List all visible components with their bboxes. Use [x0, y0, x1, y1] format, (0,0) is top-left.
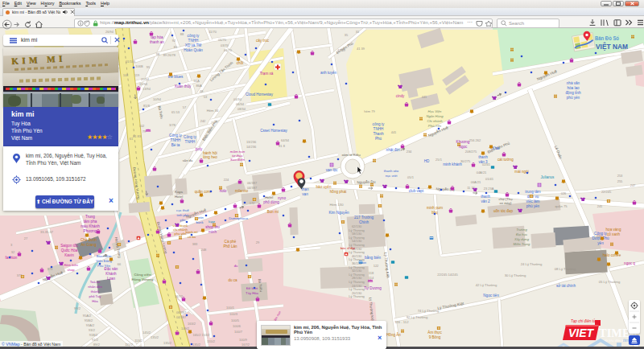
svg-text:Julianus: Julianus: [541, 175, 555, 179]
svg-text:TNHH: TNHH: [171, 138, 181, 142]
svg-text:minh: minh: [208, 230, 217, 234]
svg-text:255: 255: [617, 179, 623, 183]
svg-text:88: 88: [180, 32, 184, 36]
svg-text:Hotel: Hotel: [175, 195, 183, 199]
svg-text:Phú-Yên: Phú-Yên: [428, 124, 442, 128]
svg-text:165/2 153/2: 165/2 153/2: [192, 333, 210, 337]
svg-text:Loan: Loan: [107, 277, 116, 281]
svg-text:Miền Trung: Miền Trung: [514, 242, 531, 246]
svg-text:35: 35: [345, 33, 349, 37]
svg-text:minh pum: minh pum: [427, 206, 443, 210]
svg-text:441: 441: [422, 95, 427, 99]
svg-text:quần 75: quần 75: [555, 204, 568, 208]
svg-text:08 Lý Thường: 08 Lý Thường: [555, 267, 576, 271]
svg-text:33-35-37: 33-35-37: [40, 230, 54, 234]
svg-text:Dumephaco: Dumephaco: [229, 216, 248, 220]
svg-text:20/94: 20/94: [141, 77, 150, 81]
svg-text:vạn: vạn: [302, 192, 308, 196]
svg-text:22/245: 22/245: [601, 190, 612, 194]
svg-text:động tỉnh: động tỉnh: [566, 90, 581, 95]
svg-text:Thanh: Thanh: [373, 132, 383, 136]
svg-text:13/236: 13/236: [246, 140, 257, 144]
svg-text:30/275: 30/275: [460, 159, 471, 163]
svg-text:3/78: 3/78: [169, 123, 176, 127]
svg-text:02/41: 02/41: [482, 162, 491, 166]
svg-text:tỉnh phú: tỉnh phú: [177, 213, 190, 217]
svg-text:106B: 106B: [135, 64, 143, 68]
svg-text:383: 383: [192, 242, 198, 246]
svg-text:93/2: 93/2: [89, 328, 96, 332]
svg-text:Lý Thưởng: Lý Thưởng: [349, 294, 365, 298]
svg-text:Hoàn Quân: Hoàn Quân: [184, 48, 203, 52]
svg-text:Trạm xá: Trạm xá: [260, 72, 274, 76]
svg-text:Tạp chí điện tử: Tạp chí điện tử: [571, 318, 597, 323]
svg-text:tạp hóa: tạp hóa: [151, 35, 163, 39]
svg-text:anh tuyển: anh tuyển: [320, 70, 337, 75]
svg-text:03/70: 03/70: [221, 43, 229, 47]
svg-text:TNHH: TNHH: [185, 140, 196, 144]
svg-text:86A: 86A: [196, 84, 201, 88]
svg-text:dịch vụ: dịch vụ: [527, 195, 539, 199]
svg-text:Hẻm 130: Hẻm 130: [330, 203, 345, 207]
svg-text:114: 114: [369, 276, 374, 280]
svg-text:Xuân thủy: Xuân thủy: [175, 84, 192, 88]
svg-text:holo: holo: [220, 189, 227, 193]
svg-text:thanh xèo: thanh xèo: [384, 169, 399, 173]
svg-text:026: 026: [561, 191, 567, 195]
svg-text:26/78: 26/78: [167, 53, 176, 57]
svg-text:yên: yên: [597, 241, 604, 245]
svg-text:lòng heo: lòng heo: [203, 155, 217, 159]
svg-text:Cà phê: Cà phê: [225, 240, 237, 244]
svg-text:Trường: Trường: [516, 228, 527, 232]
svg-text:167/2: 167/2: [175, 294, 184, 298]
svg-text:bank: bank: [196, 220, 204, 224]
svg-text:Tự Dương: Tự Dương: [364, 286, 382, 290]
svg-text:217 Trường: 217 Trường: [354, 216, 374, 220]
svg-text:Kaya: Kaya: [175, 190, 184, 194]
svg-text:Học Viện: Học Viện: [428, 109, 443, 113]
svg-text:Xây dựng: Xây dựng: [514, 237, 530, 241]
svg-text:milanno: milanno: [235, 189, 249, 193]
svg-text:119: 119: [134, 73, 140, 77]
svg-text:91/2: 91/2: [92, 338, 99, 342]
svg-text:95A/2: 95A/2: [83, 314, 92, 318]
svg-text:vạn lộc: vạn lộc: [326, 168, 338, 172]
svg-text:441: 441: [391, 130, 397, 134]
svg-text:Quốc Hòa: Quốc Hòa: [61, 248, 78, 253]
svg-text:Bún mì: Bún mì: [267, 210, 279, 214]
svg-text:phú yên: phú yên: [567, 96, 580, 100]
svg-text:việc làm: việc làm: [526, 199, 540, 203]
svg-text:01/106: 01/106: [126, 60, 136, 64]
svg-text:sở tài chính: sở tài chính: [556, 283, 576, 288]
svg-text:Toà án: Toà án: [90, 280, 101, 284]
svg-text:Công ty: Công ty: [594, 232, 608, 236]
svg-text:108: 108: [123, 73, 129, 77]
svg-text:11/70: 11/70: [208, 30, 217, 34]
svg-text:vân 2: vân 2: [481, 199, 490, 203]
svg-text:thanh an: thanh an: [150, 40, 164, 44]
svg-text:Cloud Homestay: Cloud Homestay: [246, 92, 274, 96]
svg-text:95: 95: [147, 65, 151, 69]
svg-text:74 Lý Thường: 74 Lý Thường: [418, 309, 440, 313]
svg-text:224: 224: [224, 178, 229, 182]
svg-text:06/387: 06/387: [176, 310, 187, 314]
svg-text:100/1: 100/1: [226, 306, 235, 310]
svg-text:06/387: 06/387: [247, 181, 258, 185]
svg-text:công ty: công ty: [373, 122, 386, 126]
svg-text:163/2: 163/2: [188, 322, 196, 326]
svg-text:Ngọc tiên: Ngọc tiên: [483, 294, 499, 298]
svg-text:fashion: fashion: [6, 256, 18, 260]
svg-text:cục thuế: cục thuế: [176, 208, 190, 212]
svg-text:nục ướt: nục ướt: [386, 174, 398, 178]
svg-text:bánh mì: bánh mì: [185, 230, 197, 234]
svg-text:256 262: 256 262: [469, 138, 481, 142]
svg-text:24 Lý Thường: 24 Lý Thường: [521, 262, 543, 266]
svg-text:253: 253: [617, 174, 623, 178]
svg-text:05 Lý Thường: 05 Lý Thường: [599, 280, 621, 284]
svg-text:118: 118: [369, 271, 374, 275]
svg-text:66: 66: [118, 262, 122, 266]
svg-text:club vapt: club vapt: [409, 189, 424, 193]
svg-text:93A/2: 93A/2: [86, 323, 95, 327]
svg-text:hoa vàng: hoa vàng: [606, 228, 621, 232]
svg-text:Công viên: Công viên: [134, 273, 151, 277]
